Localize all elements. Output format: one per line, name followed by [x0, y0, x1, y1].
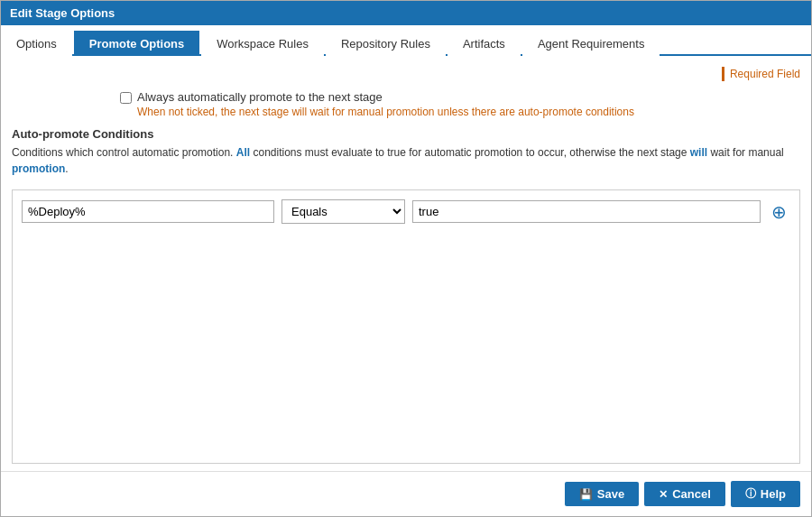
condition-field-input[interactable] — [22, 200, 274, 223]
conditions-table-wrapper[interactable]: Equals Not Equals Contains Does Not Cont… — [12, 189, 800, 464]
tab-promote-options[interactable]: Promote Options — [74, 31, 199, 56]
dialog-container: Edit Stage Options Options Promote Optio… — [0, 0, 812, 517]
help-icon: ⓘ — [745, 486, 756, 502]
condition-row: Equals Not Equals Contains Does Not Cont… — [22, 199, 790, 224]
tab-workspace-rules[interactable]: Workspace Rules — [201, 31, 324, 56]
auto-promote-checkbox-sublabel: When not ticked, the next stage will wai… — [137, 106, 634, 118]
footer: 💾 Save ✕ Cancel ⓘ Help — [1, 471, 811, 516]
tab-options[interactable]: Options — [1, 31, 72, 56]
auto-promote-checkbox-row: Always automatically promote to the next… — [120, 90, 800, 118]
auto-promote-checkbox[interactable] — [120, 92, 132, 104]
tab-agent-requirements[interactable]: Agent Requirements — [522, 31, 660, 56]
content-area: Required Field Always automatically prom… — [1, 56, 811, 471]
auto-promote-section: Auto-promote Conditions Conditions which… — [12, 127, 800, 177]
title-bar-label: Edit Stage Options — [10, 6, 115, 20]
tab-repository-rules[interactable]: Repository Rules — [326, 31, 446, 56]
auto-promote-title: Auto-promote Conditions — [12, 127, 800, 141]
save-icon: 💾 — [579, 488, 593, 501]
save-button[interactable]: 💾 Save — [565, 482, 639, 506]
tab-artifacts[interactable]: Artifacts — [448, 31, 521, 56]
conditions-inner: Equals Not Equals Contains Does Not Cont… — [13, 190, 799, 238]
help-button[interactable]: ⓘ Help — [731, 481, 800, 507]
cancel-icon: ✕ — [659, 488, 668, 501]
required-field-indicator: Required Field — [12, 63, 800, 85]
tab-bar: Options Promote Options Workspace Rules … — [1, 25, 811, 56]
all-highlight: All — [236, 146, 250, 159]
auto-promote-checkbox-label: Always automatically promote to the next… — [137, 90, 634, 104]
promotion-highlight: promotion — [12, 162, 65, 175]
condition-operator-select[interactable]: Equals Not Equals Contains Does Not Cont… — [281, 199, 405, 224]
will-highlight: will — [690, 146, 707, 159]
title-bar: Edit Stage Options — [1, 1, 811, 25]
add-condition-button[interactable]: ⊕ — [768, 203, 790, 221]
cancel-button[interactable]: ✕ Cancel — [644, 482, 725, 506]
condition-value-input[interactable] — [412, 200, 761, 223]
auto-promote-description: Conditions which control automatic promo… — [12, 144, 800, 177]
